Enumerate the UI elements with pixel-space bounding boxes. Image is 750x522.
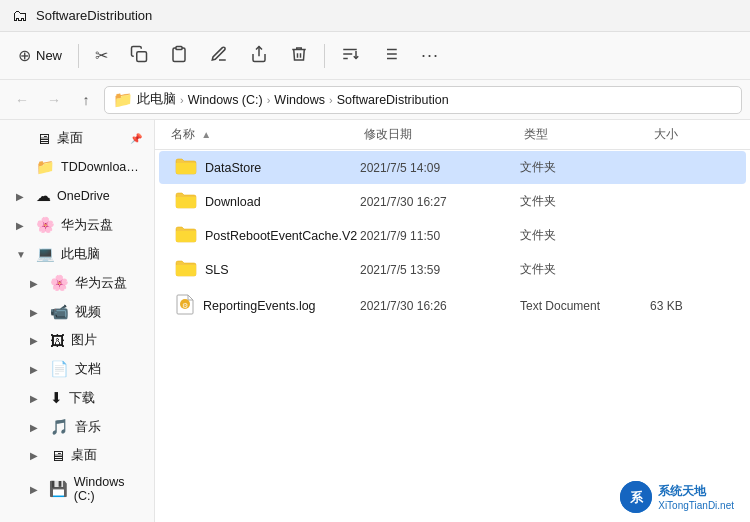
sidebar-item-huawei-sub[interactable]: ▶ 🌸 华为云盘 [4, 269, 150, 297]
expand-desktop2: ▶ [30, 450, 44, 461]
sidebar-label-downloads: 下载 [69, 390, 95, 407]
toolbar-divider-1 [78, 44, 79, 68]
file-name-reportingevents: ⚙ ReportingEvents.log [175, 293, 360, 318]
rename-icon [210, 45, 228, 67]
filename-download: Download [205, 195, 261, 209]
sort-button[interactable] [331, 39, 369, 73]
breadcrumb-sep-2: › [267, 94, 271, 106]
new-button[interactable]: ⊕ New [8, 40, 72, 71]
sidebar-item-downloads[interactable]: ▶ ⬇ 下载 [4, 384, 150, 412]
expand-this-pc: ▼ [16, 249, 30, 260]
sidebar-label-pictures: 图片 [71, 332, 97, 349]
sidebar-icon-this-pc: 💻 [36, 245, 55, 263]
expand-docs: ▶ [30, 364, 44, 375]
sidebar-item-desktop2[interactable]: ▶ 🖥 桌面 [4, 442, 150, 469]
breadcrumb-item-softdist[interactable]: SoftwareDistribution [337, 93, 449, 107]
sidebar-item-music[interactable]: ▶ 🎵 音乐 [4, 413, 150, 441]
sort-arrow: ▲ [201, 129, 211, 140]
file-name-download: Download [175, 191, 360, 212]
watermark-text: 系统天地 XiTongTianDi.net [658, 483, 734, 511]
view-icon [381, 45, 399, 67]
file-name-sls: SLS [175, 259, 360, 280]
sidebar-item-windows-c[interactable]: ▶ 💾 Windows (C:) [4, 470, 150, 508]
expand-windows-c: ▶ [30, 484, 43, 495]
sidebar-icon-video: 📹 [50, 303, 69, 321]
watermark-line2: XiTongTianDi.net [658, 500, 734, 511]
cut-icon: ✂ [95, 46, 108, 65]
sidebar-icon-desktop2: 🖥 [50, 447, 65, 464]
header-size[interactable]: 大小 [654, 126, 734, 143]
cut-button[interactable]: ✂ [85, 40, 118, 71]
sidebar-item-onedrive[interactable]: ▶ ☁ OneDrive [4, 182, 150, 210]
toolbar: ⊕ New ✂ [0, 32, 750, 80]
forward-button[interactable]: → [40, 86, 68, 114]
sidebar-label-windows-c: Windows (C:) [74, 475, 142, 503]
sidebar-item-video[interactable]: ▶ 📹 视频 [4, 298, 150, 326]
sidebar-item-desktop1[interactable]: 🖥 桌面 📌 [4, 125, 150, 152]
file-date-datastore: 2021/7/5 14:09 [360, 161, 520, 175]
rename-button[interactable] [200, 39, 238, 73]
title-bar: 🗂 SoftwareDistribution [0, 0, 750, 32]
sidebar-item-pictures[interactable]: ▶ 🖼 图片 [4, 327, 150, 354]
breadcrumb-item-drive[interactable]: Windows (C:) [188, 93, 263, 107]
file-row-datastore[interactable]: DataStore 2021/7/5 14:09 文件夹 [159, 151, 746, 184]
breadcrumb-windows-label: Windows [274, 93, 325, 107]
view-button[interactable] [371, 39, 409, 73]
file-row-download[interactable]: Download 2021/7/30 16:27 文件夹 [159, 185, 746, 218]
paste-button[interactable] [160, 39, 198, 73]
breadcrumb-sep-3: › [329, 94, 333, 106]
file-row-reportingevents[interactable]: ⚙ ReportingEvents.log 2021/7/30 16:26 Te… [159, 287, 746, 324]
header-type[interactable]: 类型 [524, 126, 654, 143]
folder-icon-sls [175, 259, 197, 280]
sidebar-label-huawei-cloud: 华为云盘 [61, 217, 113, 234]
file-date-reportingevents: 2021/7/30 16:26 [360, 299, 520, 313]
sidebar-icon-pictures: 🖼 [50, 332, 65, 349]
sidebar-item-docs[interactable]: ▶ 📄 文档 [4, 355, 150, 383]
pin-icon-desktop1: 📌 [130, 133, 142, 144]
share-icon [250, 45, 268, 67]
sidebar-label-music: 音乐 [75, 419, 101, 436]
sidebar-icon-docs: 📄 [50, 360, 69, 378]
up-button[interactable]: ↑ [72, 86, 100, 114]
more-button[interactable]: ··· [411, 39, 449, 72]
sidebar-icon-onedrive: ☁ [36, 187, 51, 205]
file-size-reportingevents: 63 KB [650, 299, 730, 313]
file-row-sls[interactable]: SLS 2021/7/5 13:59 文件夹 [159, 253, 746, 286]
sidebar: 🖥 桌面 📌 📁 TDDownload (V... ▶ ☁ OneDrive ▶… [0, 120, 155, 522]
sidebar-icon-huawei-sub: 🌸 [50, 274, 69, 292]
sidebar-label-huawei-sub: 华为云盘 [75, 275, 127, 292]
share-button[interactable] [240, 39, 278, 73]
file-name-postreboot: PostRebootEventCache.V2 [175, 225, 360, 246]
sidebar-icon-windows-c: 💾 [49, 480, 68, 498]
svg-rect-0 [137, 51, 147, 61]
file-type-sls: 文件夹 [520, 261, 650, 278]
file-row-postreboot[interactable]: PostRebootEventCache.V2 2021/7/9 11:50 文… [159, 219, 746, 252]
title-bar-icon: 🗂 [12, 7, 28, 25]
file-list-header: 名称 ▲ 修改日期 类型 大小 [155, 120, 750, 150]
more-icon: ··· [421, 45, 439, 66]
breadcrumb-item-windows[interactable]: Windows [274, 93, 325, 107]
back-button[interactable]: ← [8, 86, 36, 114]
filename-reportingevents: ReportingEvents.log [203, 299, 316, 313]
sidebar-label-onedrive: OneDrive [57, 189, 110, 203]
delete-button[interactable] [280, 39, 318, 73]
filename-sls: SLS [205, 263, 229, 277]
header-modified[interactable]: 修改日期 [364, 126, 524, 143]
file-type-download: 文件夹 [520, 193, 650, 210]
file-date-download: 2021/7/30 16:27 [360, 195, 520, 209]
sidebar-icon-desktop1: 🖥 [36, 130, 51, 147]
breadcrumb-softdist-label: SoftwareDistribution [337, 93, 449, 107]
breadcrumb-item-pc[interactable]: 此电脑 [137, 91, 176, 108]
sidebar-item-this-pc[interactable]: ▼ 💻 此电脑 [4, 240, 150, 268]
expand-video: ▶ [30, 307, 44, 318]
sidebar-icon-huawei-cloud: 🌸 [36, 216, 55, 234]
copy-button[interactable] [120, 39, 158, 73]
file-icon-reportingevents: ⚙ [175, 293, 195, 318]
breadcrumb-drive-label: Windows (C:) [188, 93, 263, 107]
sidebar-item-tddownload[interactable]: 📁 TDDownload (V... [4, 153, 150, 181]
sidebar-icon-tddownload: 📁 [36, 158, 55, 176]
sidebar-label-desktop1: 桌面 [57, 130, 124, 147]
breadcrumb[interactable]: 📁 此电脑 › Windows (C:) › Windows › Softwar… [104, 86, 742, 114]
sidebar-item-huawei-cloud[interactable]: ▶ 🌸 华为云盘 [4, 211, 150, 239]
header-name[interactable]: 名称 ▲ [171, 126, 364, 143]
